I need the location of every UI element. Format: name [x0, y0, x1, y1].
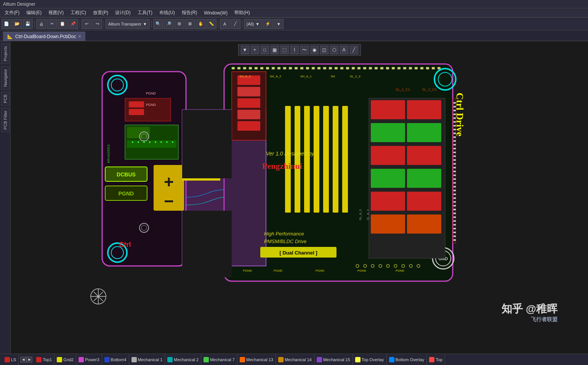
layer-power3[interactable]: Power3	[76, 354, 102, 365]
svg-rect-124	[352, 67, 355, 69]
svg-rect-138	[432, 67, 435, 69]
svg-text:DCBUS: DCBUS	[117, 171, 136, 178]
menu-edit[interactable]: 编辑(E)	[23, 9, 45, 17]
svg-rect-174	[407, 192, 441, 211]
menu-window[interactable]: Window(W)	[201, 10, 231, 16]
layer-mech14[interactable]: Mechanical 14	[276, 354, 314, 365]
sidebar-item-pcb[interactable]: PCB	[1, 92, 10, 106]
print-button[interactable]: 🖨	[36, 19, 46, 29]
menu-view[interactable]: 视图(V)	[45, 9, 67, 17]
layer-dropdown[interactable]: (All) ▼	[244, 19, 262, 29]
ft-line[interactable]: ╱	[350, 46, 358, 54]
layer-top[interactable]: Top	[427, 354, 445, 365]
layer-top1[interactable]: Top1	[34, 354, 54, 365]
text-tool[interactable]: A	[220, 19, 230, 29]
line-tool[interactable]: ╱	[231, 19, 240, 29]
layer-gnd2[interactable]: Gnd2	[54, 354, 76, 365]
tab-pcbdoc[interactable]: 📐 Ctrl-DualBoard-Down.PcbDoc ✕	[3, 32, 85, 41]
menu-design[interactable]: 设计(D)	[112, 9, 134, 17]
svg-rect-51	[237, 121, 260, 131]
layer-ls-label: LS	[11, 357, 16, 362]
sidebar-item-navigator[interactable]: Navigator	[1, 66, 10, 90]
layer-top-overlay[interactable]: Top Overlay	[353, 354, 387, 365]
layer-mech13[interactable]: Mechanical 13	[237, 354, 276, 365]
layer-mech2[interactable]: Mechanical 2	[165, 354, 201, 365]
menu-reports[interactable]: 报告(R)	[179, 9, 200, 17]
layer-next-button[interactable]: ►	[26, 357, 32, 363]
layer-prev-button[interactable]: ◄	[20, 357, 26, 363]
filter-button[interactable]: ▼	[274, 19, 284, 29]
ft-filter[interactable]: ▼	[241, 46, 249, 54]
svg-text:High Performance: High Performance	[264, 231, 304, 237]
ft-via[interactable]: ◉	[310, 46, 319, 54]
drc-button[interactable]: ⚡	[263, 19, 273, 29]
svg-rect-87	[453, 205, 456, 207]
theme-dropdown[interactable]: Altium Transparer ▼	[106, 19, 150, 29]
svg-point-31	[172, 141, 173, 143]
redo-button[interactable]: ↪	[92, 19, 102, 29]
svg-text:PGND: PGND	[119, 191, 134, 197]
svg-rect-57	[333, 106, 338, 213]
svg-point-29	[160, 141, 162, 143]
svg-rect-175	[371, 215, 405, 234]
svg-text:BRAKERES: BRAKERES	[107, 144, 111, 163]
ft-rect-select[interactable]: □	[261, 46, 269, 54]
menu-route[interactable]: 布线(U)	[156, 9, 178, 17]
svg-point-25	[138, 141, 139, 143]
menu-project[interactable]: 工程(C)	[67, 9, 89, 17]
svg-rect-172	[407, 169, 441, 188]
cut-button[interactable]: ✂	[47, 19, 57, 29]
ft-text[interactable]: A	[340, 46, 348, 54]
svg-text:PGND: PGND	[316, 269, 324, 272]
svg-rect-73	[453, 152, 456, 153]
ft-polygon[interactable]: ⬡	[330, 46, 338, 54]
open-button[interactable]: 📂	[12, 19, 22, 29]
layer-top-overlay-label: Top Overlay	[362, 357, 384, 362]
ft-add[interactable]: +	[251, 46, 259, 54]
svg-rect-109	[266, 67, 269, 69]
svg-rect-122	[340, 67, 343, 69]
zoom-in[interactable]: 🔍	[153, 19, 163, 29]
zoom-out[interactable]: 🔎	[164, 19, 174, 29]
layer-mech1[interactable]: Mechanical 1	[129, 354, 165, 365]
filter-toolbar: ▼ + □ ▦ ⬚ ⌇ 〜 ◉ ◫ ⬡ A ╱	[238, 44, 361, 56]
ft-measure[interactable]: ◫	[320, 46, 328, 54]
ft-wavy[interactable]: 〜	[300, 46, 309, 54]
save-button[interactable]: 💾	[23, 19, 33, 29]
layer-dropdown-arrow: ▼	[255, 22, 260, 26]
copy-button[interactable]: 📋	[58, 19, 67, 29]
canvas-area[interactable]: ▼ + □ ▦ ⬚ ⌇ 〜 ◉ ◫ ⬡ A ╱	[11, 41, 588, 354]
pcb-canvas[interactable]: DCBUS PGND Ctrl + − BRAKERES PGND	[79, 60, 479, 308]
layer-bottom-overlay[interactable]: Bottom Overlay	[387, 354, 427, 365]
menu-tools[interactable]: 工具(T)	[135, 9, 155, 17]
svg-rect-93	[453, 228, 456, 229]
undo-button[interactable]: ↩	[82, 19, 91, 29]
pan-tool[interactable]: ✋	[196, 19, 206, 29]
zoom-select[interactable]: ⊠	[185, 19, 195, 29]
paste-button[interactable]: 📌	[68, 19, 78, 29]
menu-file[interactable]: 文件(F)	[2, 9, 22, 17]
sidebar-item-pcbfilter[interactable]: PCB Filter	[1, 108, 10, 132]
zoom-fit[interactable]: ⊞	[175, 19, 184, 29]
menu-help[interactable]: 帮助(H)	[231, 9, 253, 17]
svg-rect-64	[453, 117, 456, 119]
ft-barchart[interactable]: ▦	[271, 46, 279, 54]
new-button[interactable]: 📄	[2, 19, 11, 29]
layer-mech15[interactable]: Mechanical 15	[314, 354, 353, 365]
measure-tool[interactable]: 📏	[207, 19, 216, 29]
sidebar-item-projects[interactable]: Projects	[1, 43, 10, 64]
svg-point-30	[166, 141, 168, 143]
layer-ls[interactable]: LS	[2, 354, 19, 365]
svg-text:PGND: PGND	[243, 269, 252, 272]
tab-close-button[interactable]: ✕	[78, 34, 81, 38]
svg-text:SL_2_C3: SL_2_C3	[422, 88, 437, 91]
watermark-line1: 知乎 @稚晖	[501, 302, 558, 316]
svg-rect-63	[453, 114, 456, 115]
svg-rect-132	[397, 67, 401, 69]
layer-mech7-color	[203, 357, 209, 362]
menu-place[interactable]: 放置(P)	[90, 9, 111, 17]
ft-route[interactable]: ⌇	[290, 46, 299, 54]
layer-mech7[interactable]: Mechanical 7	[201, 354, 237, 365]
ft-group[interactable]: ⬚	[280, 46, 289, 54]
layer-bottom4[interactable]: Bottom4	[102, 354, 129, 365]
